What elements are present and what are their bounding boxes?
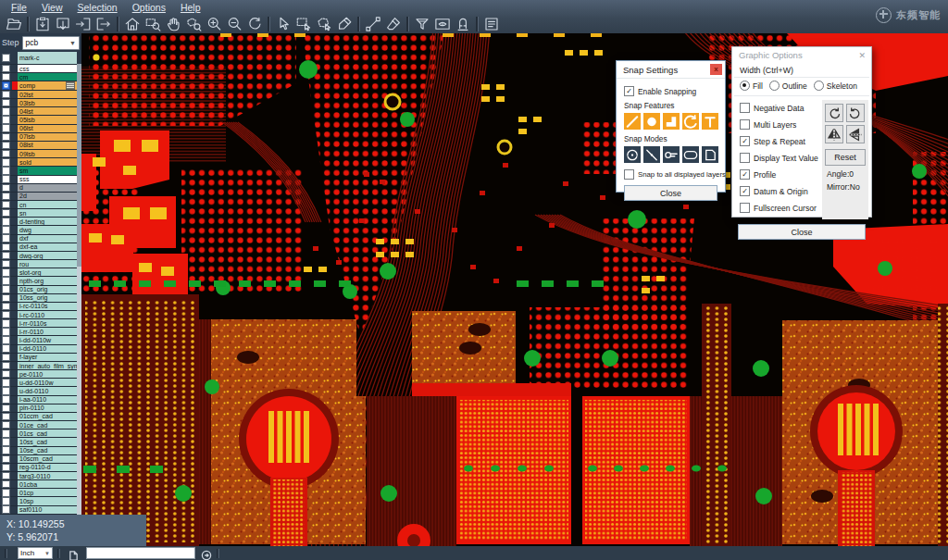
snap-close-button[interactable]: Close: [624, 185, 717, 201]
layer-row[interactable]: 01ce_cad: [0, 421, 77, 429]
toolbar-import-button[interactable]: [73, 15, 94, 33]
layer-row[interactable]: 08lst: [0, 142, 77, 150]
layer-checkbox[interactable]: [2, 91, 10, 99]
layer-row[interactable]: i-dd-0110: [0, 345, 77, 354]
snap-midpoint-button[interactable]: [643, 146, 660, 163]
layer-row[interactable]: 03lsb: [0, 99, 77, 107]
layer-row[interactable]: u-dd-0110w: [0, 379, 77, 387]
layer-checkbox[interactable]: [2, 150, 10, 158]
layer-checkbox[interactable]: [2, 252, 10, 260]
snap-line-button[interactable]: [624, 113, 641, 130]
layer-row[interactable]: 01cp: [0, 489, 77, 497]
layer-row[interactable]: saf0110: [0, 506, 77, 515]
layer-row[interactable]: dxf-ea: [0, 243, 77, 252]
layer-row[interactable]: i-rc-0110s: [0, 303, 77, 311]
snap-contour-button[interactable]: [702, 146, 718, 163]
layer-row[interactable]: comp: [0, 81, 77, 91]
layer-row[interactable]: 10ss_orig: [0, 294, 77, 303]
graphic-dialog-titlebar[interactable]: Graphic Options ✕: [732, 47, 871, 63]
layer-checkbox[interactable]: [2, 370, 10, 379]
toolbar-export-button[interactable]: [94, 15, 114, 33]
layer-checkbox[interactable]: [2, 142, 10, 150]
layer-row[interactable]: d: [0, 184, 77, 193]
snap-all-layers-checkbox[interactable]: Snap to all displayed layers: [624, 169, 717, 180]
layer-row[interactable]: 2d: [0, 193, 77, 201]
layer-row[interactable]: targ3-0110: [0, 472, 77, 480]
layer-row[interactable]: npth-org: [0, 277, 77, 285]
layer-row[interactable]: rou: [0, 260, 77, 268]
layer-row[interactable]: css: [0, 65, 77, 73]
layer-checkbox[interactable]: [2, 354, 10, 362]
unit-select[interactable]: Inch ▼: [18, 547, 53, 559]
menu-file[interactable]: File: [4, 2, 34, 13]
layer-checkbox[interactable]: [2, 201, 10, 209]
layer-row[interactable]: 07lsb: [0, 133, 77, 142]
layer-row[interactable]: reg-0110-d: [0, 464, 77, 472]
layer-row[interactable]: u-dd-0110: [0, 387, 77, 395]
toolbar-brush-button[interactable]: [334, 15, 355, 33]
layer-checkbox[interactable]: [2, 311, 10, 319]
toolbar-select-poly-button[interactable]: [314, 15, 334, 33]
toolbar-zoom-window-button[interactable]: [143, 15, 163, 33]
layer-checkbox[interactable]: [2, 209, 10, 218]
rotate-cw-button[interactable]: [825, 104, 843, 122]
toolbar-zoom-in-button[interactable]: [204, 15, 224, 33]
snap-center-button[interactable]: [624, 146, 641, 163]
close-icon[interactable]: x: [710, 64, 722, 75]
radio-fill[interactable]: Fill: [740, 81, 767, 91]
toolbar-select-button[interactable]: [273, 15, 293, 33]
toolbar-view-button[interactable]: [432, 15, 453, 33]
layer-checkbox[interactable]: [2, 472, 10, 480]
layer-checkbox[interactable]: [2, 404, 10, 413]
toolbar-pan-button[interactable]: [163, 15, 183, 33]
layer-checkbox[interactable]: [2, 344, 10, 353]
layer-row[interactable]: 10ss_cad: [0, 438, 77, 446]
layer-row[interactable]: 01cba: [0, 480, 77, 489]
layer-checkbox[interactable]: [2, 243, 10, 252]
layer-checkbox[interactable]: [2, 303, 10, 311]
layer-checkbox[interactable]: [2, 184, 10, 193]
layer-row[interactable]: f-layer: [0, 354, 77, 362]
layer-checkbox[interactable]: [2, 167, 10, 175]
reset-button[interactable]: Reset: [825, 149, 866, 166]
menu-view[interactable]: View: [34, 2, 70, 13]
layer-checkbox[interactable]: [2, 438, 10, 446]
layer-row[interactable]: 02lst: [0, 91, 77, 99]
layer-checkbox[interactable]: [2, 387, 10, 395]
layer-row[interactable]: d-tenting: [0, 218, 77, 226]
option-negative-data[interactable]: Negative Data: [740, 103, 818, 113]
toolbar-save-button[interactable]: [53, 15, 73, 33]
snap-pad-button[interactable]: [643, 113, 660, 130]
layer-row[interactable]: mark-c: [0, 52, 77, 65]
layer-row[interactable]: 10sp: [0, 497, 77, 505]
layer-checkbox[interactable]: [2, 107, 10, 116]
menu-selection[interactable]: Selection: [70, 2, 125, 13]
rotate-ccw-button[interactable]: [846, 104, 865, 122]
snap-surface-button[interactable]: [663, 113, 680, 130]
layer-row[interactable]: i-rr-0110: [0, 328, 77, 336]
layer-row[interactable]: i-dd-0110w: [0, 336, 77, 344]
layer-checkbox[interactable]: [2, 446, 10, 454]
layer-checkbox[interactable]: [2, 268, 10, 277]
toolbar-open-button[interactable]: [4, 15, 24, 33]
snap-dialog-titlebar[interactable]: Snap Settings x: [617, 61, 725, 79]
layer-row[interactable]: 10se_cad: [0, 447, 77, 455]
layer-checkbox[interactable]: [2, 73, 10, 81]
layer-checkbox[interactable]: [2, 277, 10, 285]
layer-checkbox[interactable]: [2, 54, 10, 62]
layer-row[interactable]: i-aa-0110: [0, 396, 77, 404]
toolbar-select-rect-button[interactable]: [293, 15, 314, 33]
step-select[interactable]: pcb ▼: [22, 36, 80, 50]
toolbar-zoom-out-button[interactable]: [224, 15, 244, 33]
execute-icon[interactable]: [201, 548, 212, 559]
close-icon[interactable]: ✕: [858, 51, 866, 60]
layer-checkbox[interactable]: [2, 395, 10, 404]
toolbar-measure-button[interactable]: [363, 15, 383, 33]
toolbar-snap-button[interactable]: [453, 15, 473, 33]
layer-checkbox[interactable]: [2, 379, 10, 387]
menu-help[interactable]: Help: [173, 2, 208, 13]
layer-checkbox[interactable]: [2, 505, 10, 514]
layer-row[interactable]: sm: [0, 167, 77, 175]
layer-checkbox[interactable]: [2, 65, 10, 73]
option-multi-layers[interactable]: Multi Layers: [740, 119, 818, 130]
